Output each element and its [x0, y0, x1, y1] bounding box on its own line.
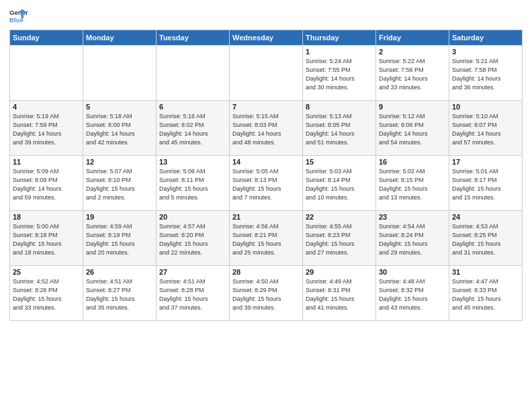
day-info: Sunrise: 5:22 AM Sunset: 7:56 PM Dayligh… [379, 57, 446, 92]
calendar-cell: 5Sunrise: 5:18 AM Sunset: 8:00 PM Daylig… [83, 101, 157, 156]
calendar-cell: 17Sunrise: 5:01 AM Sunset: 8:17 PM Dayli… [449, 156, 523, 211]
calendar-week-row: 1Sunrise: 5:24 AM Sunset: 7:55 PM Daylig… [10, 46, 523, 101]
calendar-cell [10, 46, 83, 101]
day-number: 21 [232, 213, 300, 221]
calendar-cell: 1Sunrise: 5:24 AM Sunset: 7:55 PM Daylig… [303, 46, 376, 101]
day-info: Sunrise: 4:53 AM Sunset: 8:25 PM Dayligh… [452, 222, 519, 257]
calendar-cell: 8Sunrise: 5:13 AM Sunset: 8:05 PM Daylig… [303, 101, 376, 156]
day-info: Sunrise: 5:19 AM Sunset: 7:59 PM Dayligh… [13, 112, 80, 147]
day-number: 2 [379, 48, 446, 56]
day-info: Sunrise: 5:13 AM Sunset: 8:05 PM Dayligh… [306, 112, 373, 147]
day-info: Sunrise: 5:12 AM Sunset: 8:06 PM Dayligh… [379, 112, 446, 147]
day-number: 10 [452, 103, 519, 111]
day-number: 5 [86, 103, 153, 111]
calendar-cell: 26Sunrise: 4:51 AM Sunset: 8:27 PM Dayli… [83, 266, 157, 321]
day-info: Sunrise: 5:18 AM Sunset: 8:00 PM Dayligh… [86, 112, 153, 147]
calendar-cell: 12Sunrise: 5:07 AM Sunset: 8:10 PM Dayli… [83, 156, 157, 211]
day-number: 14 [232, 158, 300, 166]
calendar-cell: 25Sunrise: 4:52 AM Sunset: 8:26 PM Dayli… [10, 266, 83, 321]
day-info: Sunrise: 5:16 AM Sunset: 8:02 PM Dayligh… [159, 112, 226, 147]
calendar-cell [230, 46, 303, 101]
calendar-cell: 24Sunrise: 4:53 AM Sunset: 8:25 PM Dayli… [449, 211, 523, 266]
column-header-sunday: Sunday [10, 30, 83, 46]
calendar-week-row: 11Sunrise: 5:09 AM Sunset: 8:09 PM Dayli… [10, 156, 523, 211]
day-info: Sunrise: 4:52 AM Sunset: 8:26 PM Dayligh… [13, 277, 80, 312]
day-info: Sunrise: 4:54 AM Sunset: 8:24 PM Dayligh… [379, 222, 446, 257]
column-header-monday: Monday [83, 30, 157, 46]
day-number: 8 [306, 103, 373, 111]
calendar-cell: 18Sunrise: 5:00 AM Sunset: 8:18 PM Dayli… [10, 211, 83, 266]
calendar-cell: 31Sunrise: 4:47 AM Sunset: 8:33 PM Dayli… [449, 266, 523, 321]
calendar-cell: 30Sunrise: 4:48 AM Sunset: 8:32 PM Dayli… [376, 266, 449, 321]
day-number: 6 [159, 103, 226, 111]
day-info: Sunrise: 5:10 AM Sunset: 8:07 PM Dayligh… [452, 112, 519, 147]
calendar-cell: 4Sunrise: 5:19 AM Sunset: 7:59 PM Daylig… [10, 101, 83, 156]
column-header-friday: Friday [376, 30, 449, 46]
day-info: Sunrise: 4:50 AM Sunset: 8:29 PM Dayligh… [232, 277, 300, 312]
day-number: 4 [13, 103, 80, 111]
day-info: Sunrise: 5:24 AM Sunset: 7:55 PM Dayligh… [306, 57, 373, 92]
header: General Blue [9, 7, 523, 26]
calendar-cell: 29Sunrise: 4:49 AM Sunset: 8:31 PM Dayli… [303, 266, 376, 321]
day-number: 13 [159, 158, 226, 166]
column-header-tuesday: Tuesday [157, 30, 230, 46]
calendar-header-row: SundayMondayTuesdayWednesdayThursdayFrid… [10, 30, 523, 46]
day-number: 31 [452, 268, 519, 276]
day-number: 30 [379, 268, 446, 276]
column-header-saturday: Saturday [449, 30, 523, 46]
day-info: Sunrise: 4:55 AM Sunset: 8:23 PM Dayligh… [306, 222, 373, 257]
logo-icon: General Blue [9, 7, 28, 26]
calendar-cell [157, 46, 230, 101]
day-info: Sunrise: 4:57 AM Sunset: 8:20 PM Dayligh… [159, 222, 226, 257]
calendar-week-row: 4Sunrise: 5:19 AM Sunset: 7:59 PM Daylig… [10, 101, 523, 156]
calendar-cell: 13Sunrise: 5:06 AM Sunset: 8:11 PM Dayli… [157, 156, 230, 211]
day-number: 26 [86, 268, 153, 276]
calendar-cell: 22Sunrise: 4:55 AM Sunset: 8:23 PM Dayli… [303, 211, 376, 266]
day-info: Sunrise: 5:00 AM Sunset: 8:18 PM Dayligh… [13, 222, 80, 257]
calendar-cell: 23Sunrise: 4:54 AM Sunset: 8:24 PM Dayli… [376, 211, 449, 266]
day-info: Sunrise: 4:49 AM Sunset: 8:31 PM Dayligh… [306, 277, 373, 312]
day-number: 23 [379, 213, 446, 221]
day-number: 7 [232, 103, 300, 111]
day-number: 24 [452, 213, 519, 221]
day-info: Sunrise: 5:09 AM Sunset: 8:09 PM Dayligh… [13, 167, 80, 202]
calendar-cell: 6Sunrise: 5:16 AM Sunset: 8:02 PM Daylig… [157, 101, 230, 156]
day-number: 18 [13, 213, 80, 221]
calendar-week-row: 25Sunrise: 4:52 AM Sunset: 8:26 PM Dayli… [10, 266, 523, 321]
day-number: 29 [306, 268, 373, 276]
calendar-cell: 28Sunrise: 4:50 AM Sunset: 8:29 PM Dayli… [230, 266, 303, 321]
day-number: 27 [159, 268, 226, 276]
day-info: Sunrise: 5:21 AM Sunset: 7:58 PM Dayligh… [452, 57, 519, 92]
day-info: Sunrise: 5:02 AM Sunset: 8:15 PM Dayligh… [379, 167, 446, 202]
calendar-week-row: 18Sunrise: 5:00 AM Sunset: 8:18 PM Dayli… [10, 211, 523, 266]
calendar-cell: 19Sunrise: 4:59 AM Sunset: 8:19 PM Dayli… [83, 211, 157, 266]
day-info: Sunrise: 4:51 AM Sunset: 8:28 PM Dayligh… [159, 277, 226, 312]
day-info: Sunrise: 4:47 AM Sunset: 8:33 PM Dayligh… [452, 277, 519, 312]
column-header-wednesday: Wednesday [230, 30, 303, 46]
day-info: Sunrise: 4:59 AM Sunset: 8:19 PM Dayligh… [86, 222, 153, 257]
calendar-cell [83, 46, 157, 101]
day-number: 12 [86, 158, 153, 166]
calendar-cell: 9Sunrise: 5:12 AM Sunset: 8:06 PM Daylig… [376, 101, 449, 156]
day-info: Sunrise: 5:01 AM Sunset: 8:17 PM Dayligh… [452, 167, 519, 202]
calendar-cell: 20Sunrise: 4:57 AM Sunset: 8:20 PM Dayli… [157, 211, 230, 266]
calendar-cell: 16Sunrise: 5:02 AM Sunset: 8:15 PM Dayli… [376, 156, 449, 211]
day-number: 25 [13, 268, 80, 276]
day-number: 15 [306, 158, 373, 166]
day-info: Sunrise: 5:06 AM Sunset: 8:11 PM Dayligh… [159, 167, 226, 202]
day-number: 11 [13, 158, 80, 166]
day-number: 22 [306, 213, 373, 221]
day-number: 28 [232, 268, 300, 276]
calendar-table: SundayMondayTuesdayWednesdayThursdayFrid… [9, 30, 523, 321]
day-number: 9 [379, 103, 446, 111]
day-info: Sunrise: 5:05 AM Sunset: 8:13 PM Dayligh… [232, 167, 300, 202]
calendar-cell: 21Sunrise: 4:56 AM Sunset: 8:21 PM Dayli… [230, 211, 303, 266]
calendar-cell: 14Sunrise: 5:05 AM Sunset: 8:13 PM Dayli… [230, 156, 303, 211]
day-info: Sunrise: 5:07 AM Sunset: 8:10 PM Dayligh… [86, 167, 153, 202]
calendar-cell: 3Sunrise: 5:21 AM Sunset: 7:58 PM Daylig… [449, 46, 523, 101]
day-number: 16 [379, 158, 446, 166]
day-info: Sunrise: 5:03 AM Sunset: 8:14 PM Dayligh… [306, 167, 373, 202]
day-number: 3 [452, 48, 519, 56]
calendar-cell: 15Sunrise: 5:03 AM Sunset: 8:14 PM Dayli… [303, 156, 376, 211]
day-number: 20 [159, 213, 226, 221]
